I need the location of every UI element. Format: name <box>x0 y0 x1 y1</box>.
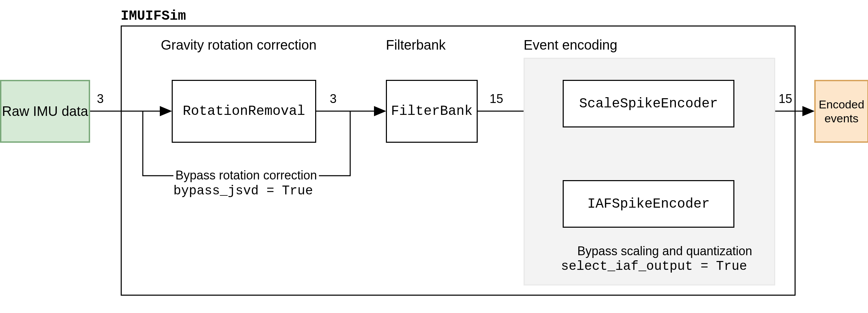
output-box: Encoded events <box>814 80 868 143</box>
bypass-rotation-label: Bypass rotation correction <box>173 168 319 182</box>
iaf-spike-encoder-block: IAFSpikeEncoder <box>563 180 734 228</box>
rotation-removal-block: RotationRemoval <box>172 80 316 143</box>
bypass-scaling-code: select_iaf_output = True <box>561 259 747 274</box>
edge-label-filter-encoder: 15 <box>490 92 503 106</box>
output-label-line2: events <box>824 112 858 125</box>
iaf-spike-encoder-label: IAFSpikeEncoder <box>587 196 710 212</box>
section-label-gravity: Gravity rotation correction <box>161 37 317 53</box>
scale-spike-encoder-block: ScaleSpikeEncoder <box>563 80 734 127</box>
input-box: Raw IMU data <box>0 80 90 143</box>
output-label-line1: Encoded <box>819 98 864 111</box>
edge-label-input-rotation: 3 <box>97 92 104 106</box>
filterbank-block: FilterBank <box>386 80 478 143</box>
input-label: Raw IMU data <box>2 104 88 119</box>
section-label-event-encoding: Event encoding <box>524 37 617 53</box>
section-label-filterbank: Filterbank <box>386 37 446 53</box>
edge-label-encoder-output: 15 <box>779 92 792 106</box>
filterbank-label: FilterBank <box>391 104 473 119</box>
bypass-rotation-code: bypass_jsvd = True <box>173 184 313 198</box>
edge-label-rotation-filter: 3 <box>330 92 337 106</box>
scale-spike-encoder-label: ScaleSpikeEncoder <box>579 96 718 111</box>
rotation-removal-label: RotationRemoval <box>183 104 305 119</box>
diagram-canvas: IMUIFSim Gravity rotation correction Fil… <box>0 0 868 313</box>
diagram-title: IMUIFSim <box>121 8 186 24</box>
bypass-scaling-label: Bypass scaling and quantization <box>577 244 752 258</box>
